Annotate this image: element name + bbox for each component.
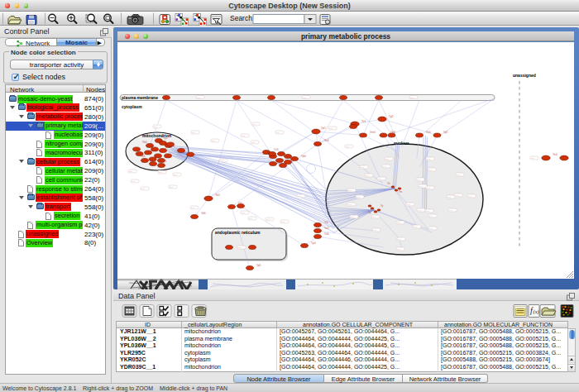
svg-text:[...]: [...]	[159, 171, 162, 174]
svg-text:[...]: [...]	[249, 218, 252, 220]
svg-text:[...]: [...]	[427, 187, 430, 189]
svg-text:[...]: [...]	[348, 203, 352, 206]
svg-text:Ycl0: Ycl0	[274, 148, 279, 151]
svg-text:[...]: [...]	[378, 178, 381, 180]
svg-text:[...]: [...]	[397, 248, 400, 251]
svg-text:[...]: [...]	[281, 221, 285, 223]
svg-text:Ypl0: Ypl0	[256, 264, 261, 267]
svg-text:[...]: [...]	[276, 131, 280, 134]
svg-text:[...]: [...]	[170, 186, 173, 189]
svg-text:[...]: [...]	[129, 170, 132, 173]
svg-text:unassigned: unassigned	[513, 73, 536, 78]
svg-text:[...]: [...]	[242, 135, 245, 137]
svg-text:[...]: [...]	[191, 207, 194, 209]
svg-text:[...]: [...]	[346, 146, 349, 148]
svg-text:[...]: [...]	[372, 216, 376, 218]
svg-text:[...]: [...]	[457, 174, 460, 176]
svg-text:[...]: [...]	[455, 194, 458, 197]
svg-text:[...]: [...]	[212, 140, 215, 142]
svg-text:Ylr3: Ylr3	[361, 120, 366, 123]
svg-text:[...]: [...]	[303, 97, 306, 99]
svg-text:[...]: [...]	[407, 203, 410, 206]
svg-text:[...]: [...]	[252, 123, 256, 126]
svg-text:Yhr0: Yhr0	[553, 153, 557, 156]
svg-text:Ygr0: Ygr0	[311, 241, 316, 245]
svg-text:[...]: [...]	[220, 160, 223, 162]
svg-text:[...]: [...]	[348, 189, 352, 192]
svg-text:Ydl0: Ydl0	[201, 212, 206, 215]
svg-text:Ydr3: Ydr3	[390, 131, 395, 134]
svg-text:[...]: [...]	[428, 169, 432, 171]
svg-text:[...]: [...]	[468, 195, 471, 198]
svg-text:[...]: [...]	[174, 174, 177, 176]
svg-text:Ybr2: Ybr2	[215, 194, 220, 197]
svg-text:[...]: [...]	[397, 222, 400, 224]
svg-text:[...]: [...]	[531, 157, 534, 160]
svg-text:[...]: [...]	[266, 218, 270, 221]
svg-text:[...]: [...]	[298, 195, 301, 198]
svg-text:[...]: [...]	[427, 158, 430, 160]
svg-text:Ymr: Ymr	[170, 145, 175, 148]
svg-text:[...]: [...]	[449, 209, 452, 212]
svg-text:endoplasmic reticulum: endoplasmic reticulum	[215, 230, 261, 235]
svg-text:Yer0: Yer0	[324, 139, 329, 142]
svg-text:[...]: [...]	[141, 188, 145, 190]
svg-text:Ydr0: Ydr0	[301, 155, 306, 158]
svg-text:Ydl1: Ydl1	[141, 155, 146, 158]
svg-text:Ygr2: Ygr2	[163, 136, 168, 140]
svg-text:[...]: [...]	[429, 215, 433, 218]
svg-text:[...]: [...]	[197, 97, 200, 99]
svg-text:[...]: [...]	[385, 158, 389, 160]
svg-text:[...]: [...]	[329, 127, 333, 130]
svg-text:[...]: [...]	[417, 179, 420, 181]
svg-text:Yd: Yd	[387, 182, 390, 185]
svg-text:[...]: [...]	[447, 196, 451, 198]
svg-text:Yp: Yp	[380, 204, 384, 208]
svg-text:[...]: [...]	[192, 131, 195, 134]
svg-text:[...]: [...]	[373, 229, 376, 232]
svg-text:Yjl0: Yjl0	[238, 202, 242, 205]
svg-text:[...]: [...]	[154, 126, 157, 128]
svg-text:[...]: [...]	[383, 165, 386, 168]
svg-text:[...]: [...]	[351, 216, 354, 218]
svg-text:[...]: [...]	[238, 246, 242, 249]
svg-text:Yil0: Yil0	[324, 221, 328, 224]
svg-text:Yg: Yg	[368, 211, 371, 214]
svg-text:Search:: Search:	[230, 14, 254, 22]
svg-text:Yor3: Yor3	[324, 227, 329, 230]
svg-text:[...]: [...]	[418, 209, 421, 212]
svg-text:[...]: [...]	[242, 212, 245, 214]
svg-text:cytoplasm: cytoplasm	[122, 104, 142, 109]
svg-text:[...]: [...]	[251, 141, 255, 144]
svg-text:Ynl0: Ynl0	[324, 232, 329, 236]
svg-text:Ygl2: Ygl2	[389, 115, 394, 118]
svg-text:[...]: [...]	[426, 210, 429, 213]
svg-text:Ykl0: Ykl0	[426, 131, 431, 134]
svg-text:(x): (x)	[534, 308, 539, 315]
svg-text:[...]: [...]	[398, 238, 401, 241]
svg-text:[...]: [...]	[419, 185, 423, 188]
svg-text:Ypr1: Ypr1	[321, 127, 326, 130]
svg-text:[...]: [...]	[361, 166, 364, 169]
svg-text:Ymr0: Ymr0	[370, 131, 376, 134]
svg-text:[...]: [...]	[132, 180, 135, 183]
svg-text:Ym: Ym	[399, 190, 403, 194]
svg-text:[...]: [...]	[429, 227, 433, 230]
svg-text:Ypl2: Ypl2	[443, 131, 448, 134]
svg-text:[...]: [...]	[414, 226, 417, 228]
svg-text:[...]: [...]	[356, 196, 360, 198]
svg-text:[...]: [...]	[366, 174, 369, 177]
svg-text:[...]: [...]	[410, 97, 414, 99]
svg-text:plasma membrane: plasma membrane	[122, 95, 158, 100]
svg-text:Ybl0: Ybl0	[142, 141, 147, 144]
